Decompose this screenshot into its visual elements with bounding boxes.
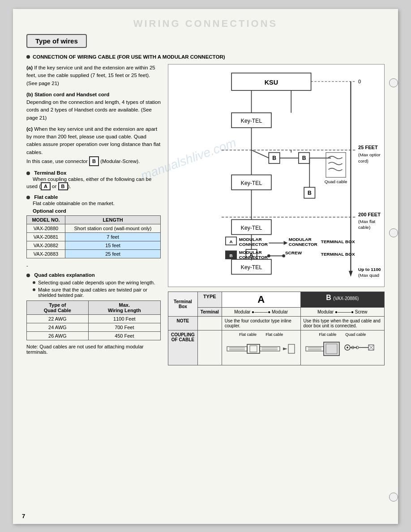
connector-b-inline: B xyxy=(89,156,99,167)
coupling-a-image: Flat cable Flat cable xyxy=(222,330,300,365)
svg-text:Key-TEL: Key-TEL xyxy=(241,264,262,270)
svg-text:cable): cable) xyxy=(358,225,370,230)
terminal-label: Terminal xyxy=(197,308,222,317)
table-row: VAX-20881 7 feet xyxy=(27,233,161,241)
para-b: (b) Station cord and Handset cord Depend… xyxy=(26,91,161,122)
svg-rect-21 xyxy=(326,153,346,177)
terminal-b-value: Modular ●———● Screw xyxy=(300,308,384,317)
table-row: VAX-20880 Short station cord (wall-mount… xyxy=(27,224,161,233)
svg-text:(Max flat: (Max flat xyxy=(358,219,375,224)
svg-text:MODULAR: MODULAR xyxy=(239,250,262,255)
bullet-icon-2 xyxy=(26,172,30,175)
svg-rect-64 xyxy=(227,347,247,351)
right-column: KSU 0 Key-TEL 25 FEET (Max optiona xyxy=(168,64,385,365)
svg-marker-43 xyxy=(349,271,353,277)
box-a: A xyxy=(41,182,51,190)
type-b-label: B (VAX-20886) xyxy=(300,292,384,308)
ghost-header: WIRING CONNECTIONS xyxy=(26,18,385,30)
section-title: Type of wires xyxy=(26,34,87,48)
terminal-box-cell: TerminalBox xyxy=(168,292,198,317)
svg-marker-72 xyxy=(283,348,287,350)
svg-rect-73 xyxy=(288,344,295,353)
svg-text:200 FEET: 200 FEET xyxy=(358,212,381,217)
svg-text:B: B xyxy=(308,190,312,196)
bullet-icon-4 xyxy=(26,274,30,277)
box-b: B xyxy=(58,182,68,190)
quad-type-header: Type of Quad Cable xyxy=(27,301,89,315)
terminal-a-value: Modular ●———● Modular xyxy=(222,308,300,317)
svg-text:Key-TEL: Key-TEL xyxy=(241,180,262,186)
svg-text:(Max quad cable): (Max quad cable) xyxy=(358,273,381,278)
length-col-header: LENGTH xyxy=(65,216,161,224)
table-row: 24 AWG 700 Feet xyxy=(27,323,161,332)
svg-text:A: A xyxy=(229,239,232,244)
model-table: MODEL NO. LENGTH VAX-20880 Short station… xyxy=(26,215,161,258)
sub-bullet-2 xyxy=(33,288,35,291)
note-b-text: Use this type when the quad cable and do… xyxy=(300,317,384,330)
svg-text:TERMINAL BOX: TERMINAL BOX xyxy=(321,239,355,244)
svg-point-61 xyxy=(282,254,285,257)
para-c: (c) When the key service unit and the ex… xyxy=(26,125,161,167)
page-number: 7 xyxy=(22,513,25,519)
table-row: 22 AWG 1100 Feet xyxy=(27,315,161,323)
note-label: NOTE xyxy=(168,317,198,330)
table-row: 26 AWG 450 Feet xyxy=(27,332,161,340)
type-a-label: A xyxy=(222,292,300,308)
svg-marker-51 xyxy=(284,241,288,245)
optional-cord-label: Optional cord xyxy=(33,208,161,214)
svg-text:0: 0 xyxy=(358,79,361,84)
page: WIRING CONNECTIONS Type of wires CONNECT… xyxy=(13,9,398,524)
circle-indicator-2 xyxy=(389,228,398,237)
model-col-header: MODEL NO. xyxy=(27,216,65,224)
svg-text:KSU: KSU xyxy=(265,79,278,86)
svg-text:CONNECTOR: CONNECTOR xyxy=(239,242,268,247)
svg-text:Key-TEL: Key-TEL xyxy=(241,225,262,231)
quad-table: Type of Quad Cable Max. Wiring Length 22… xyxy=(26,300,161,340)
svg-text:Key-TEL: Key-TEL xyxy=(241,118,262,124)
svg-point-80 xyxy=(347,347,348,348)
svg-text:MODULAR: MODULAR xyxy=(289,237,312,242)
bullet-icon xyxy=(26,55,30,59)
wiring-diagram: KSU 0 Key-TEL 25 FEET (Max optiona xyxy=(168,64,385,287)
svg-text:SCREW: SCREW xyxy=(285,250,302,255)
svg-text:B: B xyxy=(272,155,276,161)
svg-line-17 xyxy=(252,150,269,158)
svg-text:Up to 1100 FEET: Up to 1100 FEET xyxy=(358,267,381,272)
bullet-icon-3 xyxy=(26,196,30,199)
terminal-box-section: Terminal Box When coupling cables, eithe… xyxy=(26,170,161,190)
sub-bullet-1 xyxy=(33,281,35,284)
svg-rect-69 xyxy=(260,347,280,351)
table-row: VAX-20882 15 feet xyxy=(27,241,161,250)
svg-rect-68 xyxy=(250,346,257,352)
quad-length-header: Max. Wiring Length xyxy=(88,301,160,315)
para-a: (a) If the key service unit and the exte… xyxy=(26,64,161,87)
quad-explanation: Quad cables explanation Selecting quad c… xyxy=(26,272,161,298)
svg-text:cord): cord) xyxy=(358,159,368,163)
svg-text:(Max optional: (Max optional xyxy=(358,152,381,157)
svg-point-60 xyxy=(267,254,270,257)
type-label: TYPE xyxy=(197,292,222,308)
svg-text:B: B xyxy=(229,253,232,258)
circle-indicator-1 xyxy=(389,78,398,87)
svg-text:Quad cable: Quad cable xyxy=(325,179,347,184)
svg-text:TERMINAL BOX: TERMINAL BOX xyxy=(321,252,355,257)
coupling-label: COUPLINGOF CABLE xyxy=(168,330,198,365)
svg-rect-74 xyxy=(306,347,324,351)
svg-text:CONNECTOR: CONNECTOR xyxy=(289,242,317,247)
svg-text:B: B xyxy=(302,155,306,161)
svg-text:25 FEET: 25 FEET xyxy=(358,145,378,150)
main-content: (a) If the key service unit and the exte… xyxy=(26,64,385,365)
circle-indicator-3 xyxy=(389,493,398,502)
left-column: (a) If the key service unit and the exte… xyxy=(26,64,161,365)
bottom-info-table: TerminalBox TYPE A B (VAX-20886) Termina… xyxy=(168,292,385,365)
svg-text:MODULAR: MODULAR xyxy=(239,237,262,242)
note-text: Note: Quad cables are not used for attac… xyxy=(26,344,161,355)
connection-heading: CONNECTION OF WIRING CABLE (FOR USE WITH… xyxy=(33,54,225,60)
table-row: VAX-20883 25 feet xyxy=(27,250,161,258)
flat-cable-section: Flat cable Flat cable obtainable on the … xyxy=(26,194,161,206)
note-a-text: Use the four conductor type inline coupl… xyxy=(222,317,300,330)
svg-text:CONNECTOR: CONNECTOR xyxy=(239,255,268,260)
coupling-b-image: Flat cable Quad cable xyxy=(300,330,384,365)
